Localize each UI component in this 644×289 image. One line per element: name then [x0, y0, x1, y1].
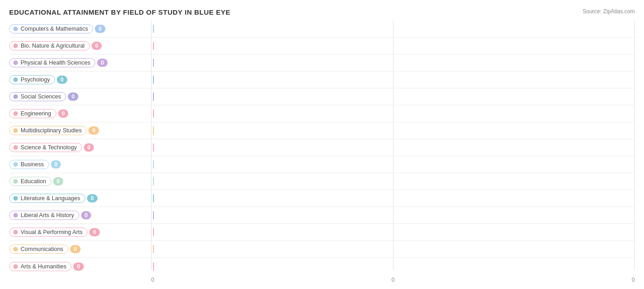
bar-track [151, 38, 635, 54]
bar-label-text: Computers & Mathematics [21, 26, 88, 32]
bar-dot [13, 196, 18, 201]
bar-dot [13, 94, 18, 99]
bar-value-pill: 0 [58, 109, 69, 118]
bar-fill [153, 143, 154, 152]
bar-dot [13, 111, 18, 116]
bar-fill [153, 25, 154, 33]
bar-row: Visual & Performing Arts0 [9, 224, 635, 241]
bar-label-text: Education [21, 178, 46, 185]
bar-dot [13, 145, 18, 150]
bar-label-area: Engineering0 [9, 109, 151, 118]
bar-value-pill: 0 [95, 25, 105, 33]
bar-dot [13, 60, 18, 65]
bar-row: Communications0 [9, 241, 635, 258]
x-axis: 000 [151, 277, 635, 283]
bar-label-pill: Arts & Humanities [9, 262, 71, 271]
bar-label-pill: Bio, Nature & Agricultural [9, 41, 90, 50]
bar-dot [13, 213, 18, 218]
bar-value-pill: 0 [88, 126, 99, 135]
x-axis-label: 0 [632, 277, 635, 283]
bar-track [151, 88, 635, 105]
bar-label-area: Business0 [9, 160, 151, 169]
bar-value-pill: 0 [70, 245, 81, 253]
bar-label-text: Communications [21, 246, 63, 252]
bar-label-area: Literature & Languages0 [9, 194, 151, 203]
bar-fill [153, 262, 154, 271]
bar-label-pill: Social Sciences [9, 92, 66, 101]
bar-track [151, 173, 635, 190]
bar-dot [13, 264, 18, 269]
bar-row: Multidisciplinary Studies0 [9, 122, 635, 139]
bar-label-area: Computers & Mathematics0 [9, 24, 151, 33]
bar-fill [153, 109, 154, 118]
bar-label-text: Multidisciplinary Studies [21, 127, 82, 134]
bar-track [151, 156, 635, 173]
bar-label-pill: Business [9, 160, 49, 169]
bar-fill [153, 126, 154, 135]
bar-value-pill: 0 [92, 42, 102, 50]
bar-value-pill: 0 [51, 160, 61, 169]
bar-fill [153, 228, 154, 236]
bar-label-text: Visual & Performing Arts [21, 229, 82, 235]
bar-value-pill: 0 [68, 93, 78, 101]
bar-value-pill: 0 [84, 143, 94, 152]
bar-track [151, 105, 635, 122]
bar-row: Social Sciences0 [9, 88, 635, 105]
chart-area: Computers & Mathematics0Bio, Nature & Ag… [9, 21, 635, 283]
bar-label-pill: Education [9, 177, 51, 186]
bar-label-area: Psychology0 [9, 75, 151, 84]
bar-label-pill: Psychology [9, 75, 55, 84]
bar-label-text: Business [21, 161, 44, 168]
bar-track [151, 241, 635, 257]
bar-track [151, 122, 635, 139]
bar-fill [153, 194, 154, 202]
bar-dot [13, 128, 18, 133]
bar-label-pill: Literature & Languages [9, 194, 85, 203]
bar-label-pill: Computers & Mathematics [9, 24, 93, 33]
bar-row: Arts & Humanities0 [9, 258, 635, 275]
bar-label-area: Education0 [9, 177, 151, 186]
chart-source: Source: ZipAtlas.com [583, 8, 635, 15]
bar-fill [153, 76, 154, 84]
bar-label-area: Physical & Health Sciences0 [9, 58, 151, 67]
bar-label-area: Liberal Arts & History0 [9, 211, 151, 220]
bar-row: Psychology0 [9, 71, 635, 88]
bar-dot [13, 44, 18, 48]
bar-dot [13, 162, 18, 167]
x-axis-label: 0 [392, 277, 395, 283]
bar-value-pill: 0 [87, 194, 98, 202]
bar-label-text: Bio, Nature & Agricultural [21, 43, 85, 49]
bar-label-pill: Multidisciplinary Studies [9, 126, 87, 135]
bar-label-text: Science & Technology [21, 144, 77, 151]
bar-dot [13, 179, 18, 184]
bar-rows: Computers & Mathematics0Bio, Nature & Ag… [9, 21, 635, 275]
bar-value-pill: 0 [89, 228, 100, 236]
chart-container: EDUCATIONAL ATTAINMENT BY FIELD OF STUDY… [0, 0, 644, 289]
bar-fill [153, 59, 154, 67]
bar-row: Education0 [9, 173, 635, 190]
bar-label-pill: Science & Technology [9, 143, 82, 152]
bar-row: Engineering0 [9, 105, 635, 122]
bar-label-text: Social Sciences [21, 93, 61, 100]
bar-label-pill: Communications [9, 245, 68, 254]
bar-label-text: Arts & Humanities [21, 263, 66, 270]
bar-value-pill: 0 [97, 59, 108, 67]
bar-track [151, 207, 635, 224]
bar-track [151, 71, 635, 88]
bar-value-pill: 0 [73, 262, 84, 271]
bar-label-text: Psychology [21, 76, 50, 83]
x-axis-label: 0 [151, 277, 154, 283]
bar-row: Bio, Nature & Agricultural0 [9, 38, 635, 55]
bar-label-text: Literature & Languages [21, 195, 80, 202]
bar-label-text: Physical & Health Sciences [21, 60, 90, 66]
bar-track [151, 258, 635, 275]
bar-label-pill: Physical & Health Sciences [9, 58, 95, 67]
bar-track [151, 224, 635, 240]
bar-label-pill: Visual & Performing Arts [9, 228, 87, 237]
bar-row: Science & Technology0 [9, 139, 635, 156]
bar-fill [153, 160, 154, 169]
bar-track [151, 21, 635, 37]
bar-dot [13, 247, 18, 251]
bar-row: Liberal Arts & History0 [9, 207, 635, 224]
bar-label-pill: Engineering [9, 109, 56, 118]
